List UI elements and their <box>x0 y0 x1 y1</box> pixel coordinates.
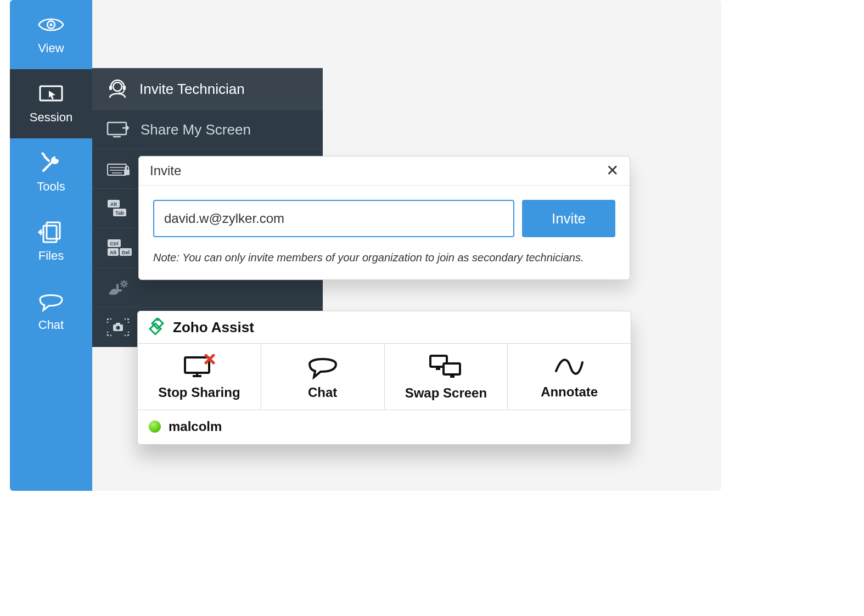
submenu-item-label: Share My Screen <box>141 121 251 138</box>
sidebar: View Session Tools <box>10 0 92 491</box>
assist-brand-title: Zoho Assist <box>173 319 254 336</box>
close-icon[interactable]: ✕ <box>606 163 619 178</box>
sidebar-item-view[interactable]: View <box>10 0 92 69</box>
svg-line-32 <box>121 281 122 282</box>
swap-screen-icon <box>428 354 463 380</box>
svg-rect-8 <box>123 86 126 90</box>
svg-text:Alt: Alt <box>110 250 116 255</box>
invite-modal: Invite ✕ Invite Note: You can only invit… <box>138 156 630 280</box>
svg-point-6 <box>113 82 122 91</box>
svg-rect-48 <box>444 363 460 374</box>
eye-icon <box>38 14 64 36</box>
submenu-invite-technician[interactable]: Invite Technician <box>92 68 323 110</box>
chat-icon <box>307 354 338 379</box>
svg-line-34 <box>126 281 127 282</box>
svg-text:Alt: Alt <box>110 201 117 207</box>
invite-email-input[interactable] <box>153 200 514 237</box>
svg-point-37 <box>116 326 120 330</box>
files-icon <box>38 221 64 243</box>
assist-action-label: Annotate <box>541 384 598 400</box>
action-annotate[interactable]: Annotate <box>508 344 631 410</box>
svg-rect-38 <box>116 323 120 325</box>
modal-header: Invite ✕ <box>139 156 630 186</box>
assist-actions: Stop Sharing Chat Swap Screen <box>138 344 631 410</box>
sidebar-item-label: Session <box>30 110 72 125</box>
action-chat[interactable]: Chat <box>261 344 385 410</box>
svg-point-27 <box>122 282 126 285</box>
sidebar-item-label: Tools <box>37 180 65 194</box>
svg-line-35 <box>121 285 122 287</box>
assist-header: Zoho Assist <box>138 311 631 344</box>
sidebar-item-chat[interactable]: Chat <box>10 277 92 346</box>
sidebar-item-tools[interactable]: Tools <box>10 138 92 208</box>
keyboard-lock-icon <box>106 161 131 177</box>
monitor-cursor-icon <box>38 83 64 105</box>
submenu-share-screen[interactable]: Share My Screen <box>92 110 323 149</box>
presence-name: malcolm <box>169 419 222 434</box>
zoho-assist-logo-icon <box>148 318 166 337</box>
assist-presence-row: malcolm <box>138 410 631 444</box>
alt-tab-icon: Alt Tab <box>106 199 133 219</box>
action-swap-screen[interactable]: Swap Screen <box>385 344 508 410</box>
annotate-wave-icon <box>554 355 585 379</box>
svg-text:Ctrl: Ctrl <box>110 241 119 247</box>
sidebar-item-files[interactable]: Files <box>10 208 92 277</box>
assist-action-label: Chat <box>308 385 337 400</box>
camera-capture-icon <box>106 318 130 337</box>
assist-panel: Zoho Assist Stop Sharing <box>137 311 631 445</box>
modal-body: Invite Note: You can only invite members… <box>139 186 630 279</box>
svg-point-41 <box>156 318 159 321</box>
chat-bubble-icon <box>38 290 64 312</box>
svg-rect-42 <box>185 357 209 373</box>
modal-note: Note: You can only invite members of you… <box>153 251 615 264</box>
svg-point-9 <box>119 92 121 94</box>
invite-button[interactable]: Invite <box>522 200 615 237</box>
assist-action-label: Stop Sharing <box>158 385 240 400</box>
svg-rect-12 <box>108 164 126 175</box>
sidebar-item-label: View <box>38 41 64 55</box>
ctrl-alt-del-icon: Ctrl Alt Del <box>106 238 136 258</box>
svg-text:Del: Del <box>122 250 130 255</box>
sidebar-item-label: Chat <box>38 318 64 332</box>
svg-point-1 <box>49 23 52 26</box>
svg-rect-7 <box>109 86 112 90</box>
sidebar-item-label: Files <box>38 249 64 263</box>
svg-text:Tab: Tab <box>115 210 124 216</box>
headset-person-icon <box>106 78 128 100</box>
stop-sharing-icon <box>182 354 217 379</box>
hand-gear-icon <box>106 278 130 297</box>
submenu-item-label: Invite Technician <box>139 81 245 98</box>
svg-line-33 <box>126 285 127 287</box>
modal-title: Invite <box>150 163 181 178</box>
presence-online-icon <box>149 421 161 433</box>
sidebar-item-session[interactable]: Session <box>10 69 92 138</box>
tools-icon <box>38 152 64 174</box>
svg-rect-16 <box>124 170 130 175</box>
assist-action-label: Swap Screen <box>405 385 487 401</box>
action-stop-sharing[interactable]: Stop Sharing <box>138 344 261 410</box>
screen-share-icon <box>106 120 130 139</box>
svg-rect-40 <box>150 323 161 334</box>
